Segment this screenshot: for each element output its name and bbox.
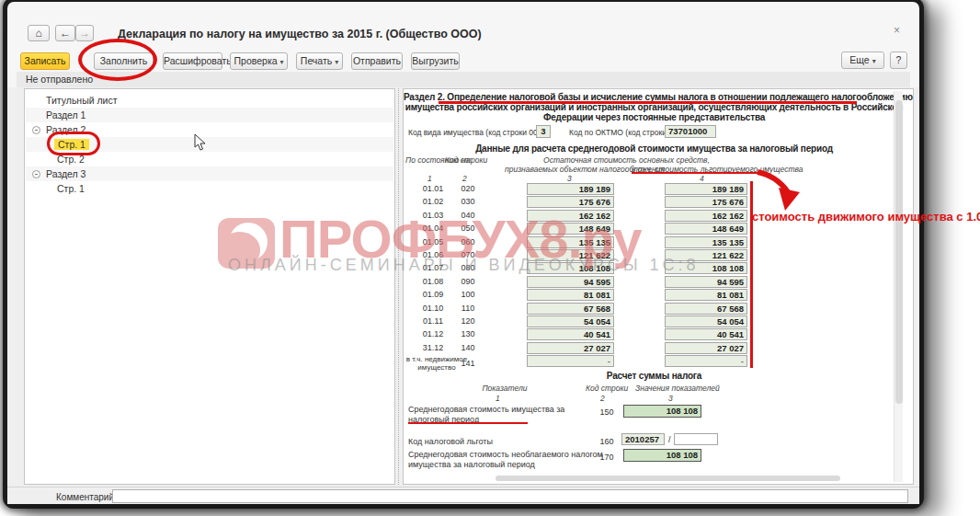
data-table-heading: Данные для расчета среднегодовой стоимос… xyxy=(404,143,905,154)
calc-col-code: Код строки xyxy=(586,384,628,393)
annotation-underline-title xyxy=(439,101,857,104)
home-icon: ⌂ xyxy=(35,27,41,40)
sidebar-item-title-page[interactable]: Титульный лист xyxy=(26,93,393,108)
value-field[interactable]: 67 568 xyxy=(665,303,747,315)
app-window: ⌂ ← → Декларация по налогу на имущество … xyxy=(7,2,919,504)
tax-calc-heading: Расчет суммы налога xyxy=(404,371,905,381)
back-button[interactable]: ← xyxy=(55,25,75,41)
value-field[interactable]: 135 135 xyxy=(527,236,614,248)
value-field[interactable]: - xyxy=(527,355,614,367)
value-field[interactable]: 67 568 xyxy=(527,303,614,315)
chevron-down-icon: ▾ xyxy=(872,57,876,65)
value-field[interactable]: 162 162 xyxy=(665,210,747,222)
calc-num-2: 2 xyxy=(600,394,605,403)
col-num-2: 2 xyxy=(462,174,467,183)
avg-value-field[interactable]: 108 108 xyxy=(623,405,701,418)
value-field[interactable]: 54 054 xyxy=(527,315,614,327)
forward-icon: → xyxy=(79,27,90,40)
calc-num-3: 3 xyxy=(668,394,673,403)
section2-form-panel: Раздел 2. Определение налоговой базы и и… xyxy=(403,88,914,485)
value-field[interactable]: 81 081 xyxy=(665,289,747,301)
property-code-label: Код вида имущества (код строки 001) xyxy=(408,128,544,137)
calc-num-1: 1 xyxy=(496,394,500,403)
horizontal-scrollbar-thumb[interactable] xyxy=(496,476,840,481)
value-field[interactable]: 40 541 xyxy=(665,328,747,340)
value-field[interactable]: 148 649 xyxy=(527,223,614,235)
col-header-code: Код строки xyxy=(445,155,487,165)
property-code-field[interactable]: 3 xyxy=(536,125,551,138)
value-field[interactable]: 189 189 xyxy=(665,183,747,195)
value-field[interactable]: 40 541 xyxy=(527,328,614,340)
benefit-separator: / xyxy=(668,435,671,444)
value-field[interactable]: 27 027 xyxy=(665,342,747,354)
sidebar-item-section1[interactable]: Раздел 1 xyxy=(26,108,393,122)
status-bar: Не отправлено xyxy=(17,72,910,87)
home-button[interactable]: ⌂ xyxy=(28,25,50,41)
value-field[interactable]: 121 622 xyxy=(527,249,614,261)
value-field[interactable]: 148 649 xyxy=(665,223,747,235)
col-num-1: 1 xyxy=(427,174,432,183)
form-title-line3: Федерации через постоянные представитель… xyxy=(404,112,905,122)
benefit-code-field2[interactable] xyxy=(674,433,718,445)
row150-label: Среднегодовая стоимость имущества за нал… xyxy=(408,405,601,424)
value-field[interactable]: 175 676 xyxy=(527,196,614,208)
vertical-scrollbar-thumb[interactable] xyxy=(895,100,903,404)
oktmo-field[interactable]: 73701000 xyxy=(665,125,716,138)
col-num-4: 4 xyxy=(700,174,704,183)
check-button[interactable]: Проверка ▾ xyxy=(230,52,288,70)
status-text: Не отправлено xyxy=(26,74,93,85)
more-button[interactable]: Еще ▾ xyxy=(841,52,884,69)
annotation-oval-fill-button xyxy=(78,39,157,81)
value-field[interactable]: 121 622 xyxy=(665,249,747,261)
value-field[interactable]: 81 081 xyxy=(527,289,614,301)
annotation-note: стоимость движимого имущества с 1.01.201… xyxy=(752,210,980,224)
col-header-main: Остаточная стоимость основных средств, xyxy=(523,155,730,165)
annotation-underline-sub-right xyxy=(632,172,767,174)
sections-tree-panel: Титульный лист Раздел 1 Раздел 2 Стр. 1 … xyxy=(24,88,395,485)
page-title: Декларация по налогу на имущество за 201… xyxy=(118,28,482,40)
value-field[interactable]: 54 054 xyxy=(665,315,747,327)
help-button[interactable]: ? xyxy=(890,52,907,69)
decrypt-button[interactable]: Расшифровать xyxy=(163,52,222,70)
value-field[interactable]: - xyxy=(665,355,747,367)
collapse-icon[interactable] xyxy=(32,170,40,178)
calc-col-values: Значения показателей xyxy=(635,384,713,393)
comment-bar: Комментарий: xyxy=(7,487,919,504)
sidebar-item-section3-page1[interactable]: Стр. 1 xyxy=(26,181,393,196)
vertical-scrollbar[interactable] xyxy=(894,91,903,482)
mouse-cursor xyxy=(193,133,206,152)
row160-label: Код налоговой льготы xyxy=(408,437,601,446)
save-button[interactable]: Записать xyxy=(20,52,70,70)
forward-button[interactable]: → xyxy=(75,25,94,41)
print-button[interactable]: Печать ▾ xyxy=(296,52,343,70)
value-field[interactable]: 94 595 xyxy=(665,276,747,288)
value-field[interactable]: 27 027 xyxy=(527,342,614,354)
row170-label: Среднегодовая стоимость необлагаемого на… xyxy=(408,450,610,469)
value-field[interactable]: 189 189 xyxy=(527,183,614,195)
value-field[interactable]: 108 108 xyxy=(527,262,614,274)
chevron-down-icon: ▾ xyxy=(279,58,283,66)
value-field[interactable]: 162 162 xyxy=(527,210,614,222)
annotation-oval-selected-page xyxy=(47,132,100,155)
panel-splitter[interactable] xyxy=(398,88,399,485)
value-field[interactable]: 135 135 xyxy=(665,236,747,248)
collapse-icon[interactable] xyxy=(32,126,40,134)
annotation-arrow-icon xyxy=(754,167,809,215)
calc-col-indicators: Показатели xyxy=(473,384,537,393)
comment-label: Комментарий: xyxy=(56,492,117,502)
value-field[interactable]: 108 108 xyxy=(665,262,747,274)
value-field[interactable]: 94 595 xyxy=(527,276,614,288)
export-button[interactable]: Выгрузить xyxy=(411,52,460,70)
close-icon[interactable]: × xyxy=(894,24,900,37)
comment-input[interactable] xyxy=(112,489,908,503)
form-title-line2: имущества российских организаций и иност… xyxy=(404,102,905,112)
value-field[interactable]: 175 676 xyxy=(665,196,747,208)
send-button[interactable]: Отправить xyxy=(351,52,403,70)
nontaxable-value-field[interactable]: 108 108 xyxy=(623,449,701,462)
sidebar-item-section3[interactable]: Раздел 3 xyxy=(26,166,393,181)
back-icon: ← xyxy=(60,27,71,40)
chevron-down-icon: ▾ xyxy=(335,58,338,66)
benefit-code-field[interactable]: 2010257 xyxy=(621,433,665,445)
annotation-underline-row150 xyxy=(408,422,528,424)
col-num-3: 3 xyxy=(567,174,572,183)
